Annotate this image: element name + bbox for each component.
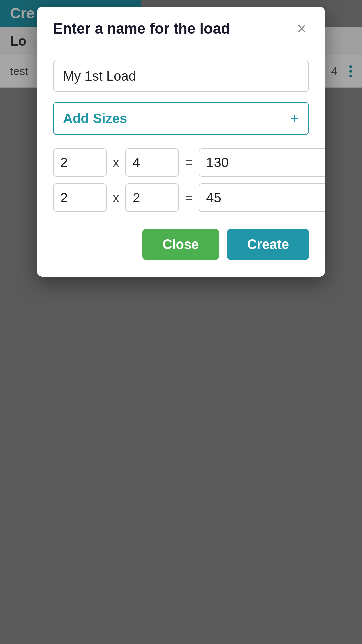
load-name-input[interactable] [53,61,309,92]
create-button[interactable]: Create [227,229,309,260]
size-qty1-input-row1[interactable] [53,148,107,177]
multiply-operator-row2: x [113,190,119,205]
add-sizes-label: Add Sizes [63,111,127,126]
modal-title: Enter a name for the load [53,20,230,37]
size-qty2-input-row1[interactable] [125,148,179,177]
size-result-wrapper-row1: X [199,148,325,177]
size-result-input-row1[interactable] [199,148,325,177]
modal-actions: Close Create [53,229,309,260]
modal-header: Enter a name for the load × [37,7,325,47]
size-rows-container: x = X x = X [53,148,309,212]
size-row: x = X [53,148,309,177]
multiply-operator-row1: x [113,155,119,170]
add-sizes-button[interactable]: Add Sizes + [53,102,309,135]
equals-operator-row2: = [185,190,193,205]
size-qty1-input-row2[interactable] [53,183,107,212]
equals-operator-row1: = [185,155,193,170]
modal-body: Add Sizes + x = X x = [37,47,325,277]
close-button[interactable]: Close [142,229,219,260]
add-sizes-plus-icon: + [290,110,299,127]
modal-dialog: Enter a name for the load × Add Sizes + … [37,7,325,277]
modal-close-icon-button[interactable]: × [294,20,309,37]
size-result-wrapper-row2: X [199,183,325,212]
size-result-input-row2[interactable] [199,183,325,212]
size-qty2-input-row2[interactable] [125,183,179,212]
size-row: x = X [53,183,309,212]
